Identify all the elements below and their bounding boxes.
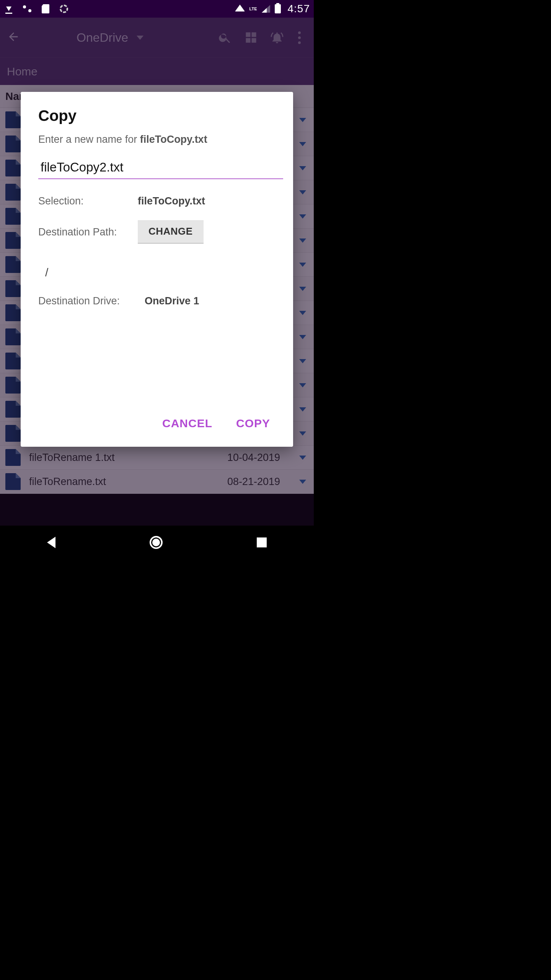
lte-icon: LTE (249, 7, 257, 11)
change-destination-button[interactable]: CHANGE (138, 220, 204, 244)
status-dots-icon (22, 4, 32, 14)
download-icon (4, 4, 14, 14)
sync-icon (60, 5, 68, 13)
nav-back-button[interactable] (47, 537, 55, 548)
sd-card-icon (42, 4, 49, 13)
status-clock: 4:57 (288, 3, 310, 15)
destination-drive-label: Destination Drive: (38, 295, 145, 307)
cell-signal-icon (262, 5, 270, 13)
dialog-title: Copy (38, 107, 276, 124)
status-bar: LTE 4:57 (0, 0, 314, 18)
nav-home-button[interactable] (150, 536, 163, 549)
dialog-prompt: Enter a new name for fileToCopy.txt (38, 134, 276, 145)
cancel-button[interactable]: CANCEL (160, 412, 215, 435)
destination-drive-value: OneDrive 1 (145, 295, 199, 307)
nav-recent-button[interactable] (257, 537, 267, 547)
destination-path-label: Destination Path: (38, 226, 138, 238)
copy-confirm-button[interactable]: COPY (234, 412, 272, 435)
wifi-icon (235, 5, 245, 11)
battery-icon (275, 4, 281, 13)
copy-dialog: Copy Enter a new name for fileToCopy.txt… (21, 92, 293, 447)
filename-input[interactable] (38, 158, 283, 179)
selection-label: Selection: (38, 195, 138, 207)
system-nav-bar (0, 526, 314, 559)
destination-path-value: / (45, 266, 276, 279)
selection-value: fileToCopy.txt (138, 195, 205, 207)
